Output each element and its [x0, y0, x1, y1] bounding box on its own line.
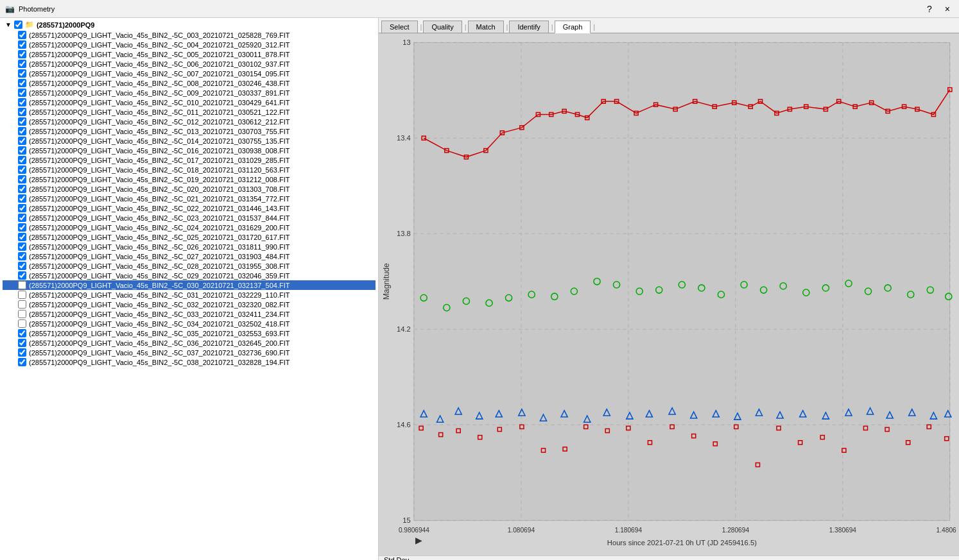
- tree-item-label: (285571)2000PQ9_LIGHT_Vacio_45s_BIN2_-5C…: [29, 166, 289, 174]
- file-tree-panel: ▼ 📁 (285571)2000PQ9 (285571)2000PQ9_LIGH…: [0, 18, 379, 560]
- tree-item-checkbox[interactable]: [18, 60, 26, 68]
- tree-item[interactable]: (285571)2000PQ9_LIGHT_Vacio_45s_BIN2_-5C…: [3, 40, 376, 49]
- tree-item[interactable]: (285571)2000PQ9_LIGHT_Vacio_45s_BIN2_-5C…: [3, 49, 376, 59]
- tree-item[interactable]: (285571)2000PQ9_LIGHT_Vacio_45s_BIN2_-5C…: [3, 78, 376, 88]
- tree-item[interactable]: (285571)2000PQ9_LIGHT_Vacio_45s_BIN2_-5C…: [3, 69, 376, 78]
- tree-item[interactable]: (285571)2000PQ9_LIGHT_Vacio_45s_BIN2_-5C…: [3, 328, 376, 338]
- tree-item[interactable]: (285571)2000PQ9_LIGHT_Vacio_45s_BIN2_-5C…: [3, 126, 376, 136]
- collapse-icon[interactable]: ▼: [5, 21, 12, 28]
- tree-item-checkbox[interactable]: [18, 165, 26, 174]
- tree-item-checkbox[interactable]: [18, 108, 26, 116]
- tree-item-label: (285571)2000PQ9_LIGHT_Vacio_45s_BIN2_-5C…: [29, 137, 289, 145]
- tree-item[interactable]: (285571)2000PQ9_LIGHT_Vacio_45s_BIN2_-5C…: [3, 242, 376, 251]
- tree-item[interactable]: (285571)2000PQ9_LIGHT_Vacio_45s_BIN2_-5C…: [3, 174, 376, 184]
- tree-item-checkbox[interactable]: [18, 214, 26, 222]
- help-button[interactable]: ?: [923, 3, 936, 15]
- tree-item-label: (285571)2000PQ9_LIGHT_Vacio_45s_BIN2_-5C…: [29, 301, 289, 309]
- tab-identify[interactable]: Identify: [509, 21, 548, 33]
- tree-item-checkbox[interactable]: [18, 127, 26, 135]
- tree-item-checkbox[interactable]: [18, 79, 26, 87]
- tree-item[interactable]: (285571)2000PQ9_LIGHT_Vacio_45s_BIN2_-5C…: [3, 280, 376, 290]
- tree-item[interactable]: (285571)2000PQ9_LIGHT_Vacio_45s_BIN2_-5C…: [3, 232, 376, 242]
- tree-item[interactable]: (285571)2000PQ9_LIGHT_Vacio_45s_BIN2_-5C…: [3, 155, 376, 165]
- tree-item[interactable]: (285571)2000PQ9_LIGHT_Vacio_45s_BIN2_-5C…: [3, 223, 376, 232]
- tree-item[interactable]: (285571)2000PQ9_LIGHT_Vacio_45s_BIN2_-5C…: [3, 98, 376, 107]
- tree-item[interactable]: (285571)2000PQ9_LIGHT_Vacio_45s_BIN2_-5C…: [3, 165, 376, 174]
- tree-item[interactable]: (285571)2000PQ9_LIGHT_Vacio_45s_BIN2_-5C…: [3, 251, 376, 261]
- tree-item-checkbox[interactable]: [18, 89, 26, 97]
- tree-item[interactable]: (285571)2000PQ9_LIGHT_Vacio_45s_BIN2_-5C…: [3, 30, 376, 40]
- tree-item[interactable]: (285571)2000PQ9_LIGHT_Vacio_45s_BIN2_-5C…: [3, 271, 376, 280]
- tree-item-checkbox[interactable]: [18, 156, 26, 164]
- tree-item[interactable]: (285571)2000PQ9_LIGHT_Vacio_45s_BIN2_-5C…: [3, 357, 376, 367]
- svg-text:1.480694: 1.480694: [937, 527, 956, 534]
- tree-item[interactable]: (285571)2000PQ9_LIGHT_Vacio_45s_BIN2_-5C…: [3, 107, 376, 117]
- tree-item[interactable]: (285571)2000PQ9_LIGHT_Vacio_45s_BIN2_-5C…: [3, 88, 376, 98]
- tree-item[interactable]: (285571)2000PQ9_LIGHT_Vacio_45s_BIN2_-5C…: [3, 213, 376, 223]
- tree-item-checkbox[interactable]: [18, 310, 26, 318]
- tree-item[interactable]: (285571)2000PQ9_LIGHT_Vacio_45s_BIN2_-5C…: [3, 309, 376, 319]
- tree-item[interactable]: (285571)2000PQ9_LIGHT_Vacio_45s_BIN2_-5C…: [3, 319, 376, 328]
- title-bar: 📷 Photometry ? ×: [0, 0, 959, 18]
- tree-item[interactable]: (285571)2000PQ9_LIGHT_Vacio_45s_BIN2_-5C…: [3, 290, 376, 300]
- tree-item-checkbox[interactable]: [18, 98, 26, 106]
- tree-item-checkbox[interactable]: [18, 185, 26, 193]
- svg-text:1.280694: 1.280694: [722, 527, 750, 534]
- tree-item-checkbox[interactable]: [18, 69, 26, 78]
- tree-item-checkbox[interactable]: [18, 50, 26, 58]
- svg-text:15: 15: [402, 516, 410, 524]
- tree-item[interactable]: (285571)2000PQ9_LIGHT_Vacio_45s_BIN2_-5C…: [3, 203, 376, 213]
- tree-item-checkbox[interactable]: [18, 194, 26, 203]
- svg-text:0.9806944: 0.9806944: [399, 527, 429, 534]
- tree-item-checkbox[interactable]: [18, 146, 26, 155]
- tree-item-checkbox[interactable]: [18, 233, 26, 241]
- tree-item[interactable]: (285571)2000PQ9_LIGHT_Vacio_45s_BIN2_-5C…: [3, 194, 376, 203]
- tree-item-checkbox[interactable]: [18, 262, 26, 270]
- tab-quality[interactable]: Quality: [423, 21, 462, 33]
- tree-item-checkbox[interactable]: [18, 281, 26, 289]
- tree-item[interactable]: (285571)2000PQ9_LIGHT_Vacio_45s_BIN2_-5C…: [3, 348, 376, 357]
- tree-item-label: (285571)2000PQ9_LIGHT_Vacio_45s_BIN2_-5C…: [29, 243, 289, 251]
- tree-item-checkbox[interactable]: [18, 175, 26, 183]
- close-button[interactable]: ×: [941, 3, 954, 15]
- tab-graph[interactable]: Graph: [555, 21, 591, 33]
- tree-item[interactable]: (285571)2000PQ9_LIGHT_Vacio_45s_BIN2_-5C…: [3, 59, 376, 69]
- tree-item-label: (285571)2000PQ9_LIGHT_Vacio_45s_BIN2_-5C…: [29, 176, 289, 183]
- tree-item-checkbox[interactable]: [18, 300, 26, 309]
- tree-item[interactable]: (285571)2000PQ9_LIGHT_Vacio_45s_BIN2_-5C…: [3, 338, 376, 348]
- tree-item[interactable]: (285571)2000PQ9_LIGHT_Vacio_45s_BIN2_-5C…: [3, 117, 376, 126]
- tree-item-checkbox[interactable]: [18, 31, 26, 39]
- tree-item-checkbox[interactable]: [18, 271, 26, 280]
- tree-item-checkbox[interactable]: [18, 319, 26, 328]
- tree-item-checkbox[interactable]: [18, 223, 26, 232]
- tree-item-label: (285571)2000PQ9_LIGHT_Vacio_45s_BIN2_-5C…: [29, 330, 289, 337]
- tree-item-checkbox[interactable]: [18, 242, 26, 251]
- tree-item[interactable]: (285571)2000PQ9_LIGHT_Vacio_45s_BIN2_-5C…: [3, 261, 376, 271]
- tree-item-checkbox[interactable]: [18, 117, 26, 126]
- tree-item[interactable]: (285571)2000PQ9_LIGHT_Vacio_45s_BIN2_-5C…: [3, 184, 376, 194]
- tree-item[interactable]: (285571)2000PQ9_LIGHT_Vacio_45s_BIN2_-5C…: [3, 136, 376, 146]
- tree-item-label: (285571)2000PQ9_LIGHT_Vacio_45s_BIN2_-5C…: [29, 60, 289, 68]
- tree-item-label: (285571)2000PQ9_LIGHT_Vacio_45s_BIN2_-5C…: [29, 31, 289, 39]
- tree-item-checkbox[interactable]: [18, 329, 26, 337]
- tree-item[interactable]: (285571)2000PQ9_LIGHT_Vacio_45s_BIN2_-5C…: [3, 146, 376, 155]
- tree-item-label: (285571)2000PQ9_LIGHT_Vacio_45s_BIN2_-5C…: [29, 185, 289, 193]
- tree-item-checkbox[interactable]: [18, 358, 26, 366]
- tab-bar: Select | Quality | Match | Identify | Gr…: [379, 18, 959, 33]
- tree-item-checkbox[interactable]: [18, 137, 26, 145]
- tree-item-checkbox[interactable]: [18, 339, 26, 347]
- tree-item-label: (285571)2000PQ9_LIGHT_Vacio_45s_BIN2_-5C…: [29, 89, 289, 97]
- tree-item[interactable]: (285571)2000PQ9_LIGHT_Vacio_45s_BIN2_-5C…: [3, 300, 376, 309]
- tree-item-checkbox[interactable]: [18, 40, 26, 49]
- tree-item-checkbox[interactable]: [18, 291, 26, 299]
- tab-match[interactable]: Match: [468, 21, 504, 33]
- root-checkbox[interactable]: [14, 21, 22, 29]
- tree-item-label: (285571)2000PQ9_LIGHT_Vacio_45s_BIN2_-5C…: [29, 359, 289, 366]
- tree-item-label: (285571)2000PQ9_LIGHT_Vacio_45s_BIN2_-5C…: [29, 272, 289, 280]
- tree-item-checkbox[interactable]: [18, 204, 26, 212]
- tab-select[interactable]: Select: [381, 21, 418, 33]
- tree-item-label: (285571)2000PQ9_LIGHT_Vacio_45s_BIN2_-5C…: [29, 108, 289, 116]
- tree-item-checkbox[interactable]: [18, 348, 26, 357]
- app-icon: 📷: [5, 4, 15, 13]
- tree-item-checkbox[interactable]: [18, 252, 26, 260]
